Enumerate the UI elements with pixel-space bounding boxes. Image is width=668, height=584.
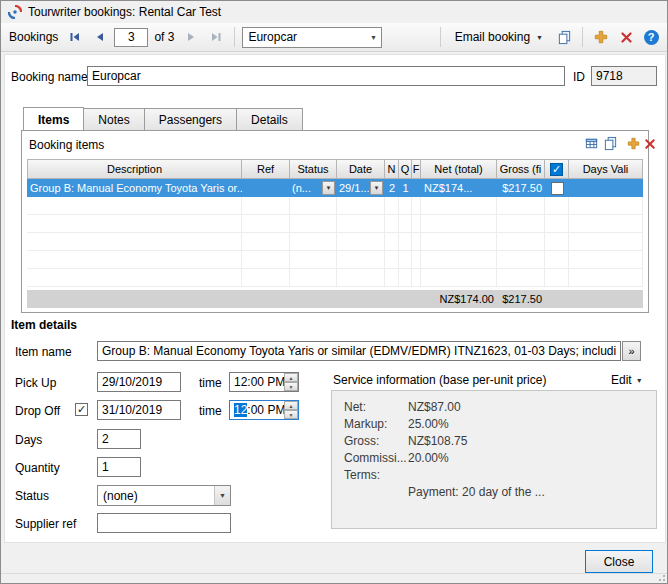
totals-net: NZ$174.00 [421,290,497,308]
add-booking-button[interactable] [590,26,612,48]
booking-name-input[interactable] [87,66,565,86]
first-record-button[interactable] [64,26,86,48]
service-payment-label [344,484,408,501]
service-row-commission: Commissi... 20.00% [344,450,656,467]
column-header-select-all[interactable]: ✓ [545,159,569,179]
spin-up-icon[interactable]: ▲ [284,401,298,410]
cell-days-valid[interactable] [569,179,643,197]
previous-record-button[interactable] [89,26,111,48]
delete-item-button[interactable] [641,135,658,152]
column-header-q[interactable]: Q [399,159,412,179]
quantity-input[interactable] [97,457,141,477]
column-header-description[interactable]: Description [27,159,242,179]
cell-description[interactable]: Group B: Manual Economy Toyota Yaris or.… [27,179,242,197]
spin-down-icon[interactable]: ▼ [284,410,298,419]
cell-ref[interactable] [242,179,290,197]
chevron-down-icon[interactable]: ▼ [322,181,335,195]
copy-icon [557,30,572,45]
cell-quantity[interactable]: 1 [399,179,412,197]
status-combobox[interactable]: (none) ▼ [97,485,231,506]
totals-gross: $217.50 [497,290,545,308]
tab-notes[interactable]: Notes [83,108,144,130]
service-info-box: Net: NZ$87.00 Markup: 25.00% Gross: NZ$1… [331,390,657,529]
empty-cell [337,215,385,233]
cell-net-total[interactable]: NZ$174... [421,179,497,197]
delete-booking-button[interactable] [615,26,637,48]
select-all-checkbox[interactable]: ✓ [550,163,563,176]
booking-item-row-selected[interactable]: Group B: Manual Economy Toyota Yaris or.… [27,179,643,197]
toolbar-separator [582,27,583,47]
empty-cell [545,197,569,215]
cell-select[interactable] [545,179,569,197]
drop-off-date-input[interactable] [97,400,181,420]
drop-off-time-input[interactable]: 12:00 PM ▲ ▼ [229,400,299,420]
item-name-input[interactable] [97,341,621,361]
column-header-date[interactable]: Date [337,159,385,179]
empty-cell [290,197,337,215]
spin-down-icon[interactable]: ▼ [284,382,298,391]
service-terms-value [408,467,656,484]
add-from-library-button[interactable] [583,135,600,152]
cell-nights[interactable]: 2 [385,179,399,197]
booking-items-empty-row[interactable] [27,233,643,251]
status-value: (none) [98,489,214,503]
copy-booking-button[interactable] [553,26,575,48]
service-markup-value: 25.00% [408,416,656,433]
record-number-input[interactable] [114,28,148,47]
close-button[interactable]: Close [585,550,653,573]
record-count-label: of 3 [151,30,177,44]
add-item-button[interactable] [625,135,642,152]
resize-grip-icon[interactable] [656,574,666,582]
booking-selector-combobox[interactable]: Europcar ▼ [242,27,382,48]
cell-gross[interactable]: $217.50 [497,179,545,197]
app-logo-icon [8,5,22,19]
next-record-button[interactable] [180,26,202,48]
service-edit-button[interactable]: Edit ▼ [611,373,643,387]
empty-cell [569,251,643,269]
totals-spacer [290,290,337,308]
drop-off-checkbox[interactable]: ✓ [75,403,88,416]
booking-items-empty-row[interactable] [27,251,643,269]
column-header-n[interactable]: N [385,159,399,179]
email-booking-button[interactable]: Email booking ▼ [448,26,550,48]
empty-cell [337,233,385,251]
booking-items-empty-row[interactable] [27,197,643,215]
service-gross-label: Gross: [344,433,408,450]
tab-items[interactable]: Items [23,107,84,130]
column-header-status[interactable]: Status [290,159,337,179]
column-header-ref[interactable]: Ref [242,159,290,179]
booking-items-empty-row[interactable] [27,269,643,287]
previous-record-icon [94,31,106,43]
drop-off-time-spinner: ▲ ▼ [284,401,298,419]
column-header-f[interactable]: F [412,159,421,179]
cell-date[interactable]: 29/1... ▼ [337,179,385,197]
pick-up-time-input[interactable]: 12:00 PM ▲ ▼ [229,372,299,392]
help-button[interactable]: ? [640,26,662,48]
row-checkbox[interactable] [551,182,564,195]
item-name-expand-button[interactable]: » [622,341,641,361]
cell-status[interactable]: (n... ▼ [290,179,337,197]
tab-details[interactable]: Details [236,108,303,130]
chevron-down-icon[interactable]: ▼ [370,181,383,195]
pick-up-date-input[interactable] [97,372,181,392]
column-header-days-valid[interactable]: Days Vali [569,159,643,179]
column-header-net[interactable]: Net (total) [421,159,497,179]
column-header-gross[interactable]: Gross (fi [497,159,545,179]
spin-up-icon[interactable]: ▲ [284,373,298,382]
empty-cell [412,197,421,215]
days-input[interactable] [97,429,141,449]
empty-cell [385,269,399,287]
window-title: Tourwriter bookings: Rental Car Test [28,5,221,19]
last-record-button[interactable] [205,26,227,48]
pick-up-time-value: 12:00 PM [230,373,284,391]
empty-cell [337,269,385,287]
delete-x-icon [620,31,633,44]
cell-f[interactable] [412,179,421,197]
copy-item-button[interactable] [602,135,619,152]
supplier-ref-input[interactable] [97,513,231,533]
main-toolbar: Bookings of 3 Europcar [1,23,667,52]
booking-items-empty-row[interactable] [27,215,643,233]
tab-passengers[interactable]: Passengers [144,108,237,130]
drop-off-label: Drop Off [15,404,60,418]
empty-cell [385,233,399,251]
